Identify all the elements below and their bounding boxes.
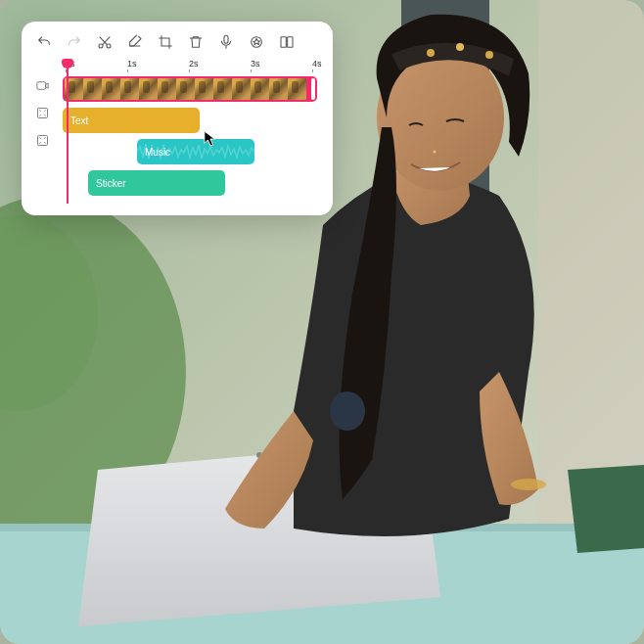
svg-rect-17 <box>224 35 228 43</box>
svg-rect-23 <box>37 135 47 145</box>
redo-button[interactable] <box>66 33 83 51</box>
svg-point-11 <box>485 51 493 59</box>
track-label: Sticker <box>96 178 126 189</box>
svg-rect-22 <box>37 108 47 117</box>
svg-point-10 <box>456 43 464 51</box>
video-thumbnail <box>139 78 158 100</box>
ruler-tick: 1s <box>127 59 137 69</box>
track-label: Text <box>70 115 88 126</box>
video-thumbnail <box>176 78 195 100</box>
music-track-clip[interactable]: Music <box>137 139 254 164</box>
eraser-button[interactable] <box>126 33 144 51</box>
video-thumbnail <box>213 78 232 100</box>
video-thumbnail <box>269 78 288 100</box>
ruler-tick: 2s <box>189 59 199 69</box>
video-track-clip[interactable] <box>63 76 317 102</box>
time-ruler[interactable]: 0s 1s 2s 3s 4s <box>63 59 321 74</box>
svg-point-14 <box>330 391 365 431</box>
sticker-track-clip[interactable]: Sticker <box>88 170 225 196</box>
track-label: Music <box>145 147 170 158</box>
playhead[interactable] <box>67 59 69 204</box>
svg-point-15 <box>99 44 103 48</box>
svg-point-16 <box>107 44 111 48</box>
expand-track-icon[interactable] <box>33 104 51 121</box>
video-thumbnail <box>83 78 102 100</box>
video-thumbnail <box>120 78 139 100</box>
video-thumbnail <box>158 78 176 100</box>
svg-rect-21 <box>36 81 45 89</box>
video-editor-timeline-panel: 0s 1s 2s 3s 4s <box>22 22 333 215</box>
video-track-icon[interactable] <box>33 76 51 94</box>
microphone-button[interactable] <box>217 33 235 51</box>
svg-point-12 <box>434 151 437 154</box>
toolbar <box>33 31 321 59</box>
ruler-tick: 4s <box>312 59 322 69</box>
video-thumbnail <box>102 78 120 100</box>
svg-rect-19 <box>281 37 286 48</box>
svg-rect-20 <box>288 37 293 48</box>
split-view-button[interactable] <box>278 33 296 51</box>
text-track-clip[interactable]: Text <box>63 108 200 133</box>
video-thumbnail <box>251 78 269 100</box>
svg-point-9 <box>427 49 435 57</box>
cut-button[interactable] <box>96 33 114 51</box>
auto-adjust-button[interactable] <box>248 33 265 51</box>
undo-button[interactable] <box>35 33 53 51</box>
timeline-area: 0s 1s 2s 3s 4s <box>33 59 321 202</box>
clip-handle-right[interactable] <box>311 78 315 100</box>
svg-point-13 <box>511 479 546 490</box>
expand-track-icon-2[interactable] <box>33 131 51 149</box>
video-thumbnail <box>288 78 306 100</box>
video-thumbnail <box>195 78 213 100</box>
tracks-container: 0s 1s 2s 3s 4s <box>59 59 321 202</box>
crop-button[interactable] <box>157 33 174 51</box>
video-thumbnail <box>232 78 251 100</box>
ruler-tick: 3s <box>251 59 260 69</box>
delete-button[interactable] <box>187 33 205 51</box>
track-controls-rail <box>33 59 53 202</box>
